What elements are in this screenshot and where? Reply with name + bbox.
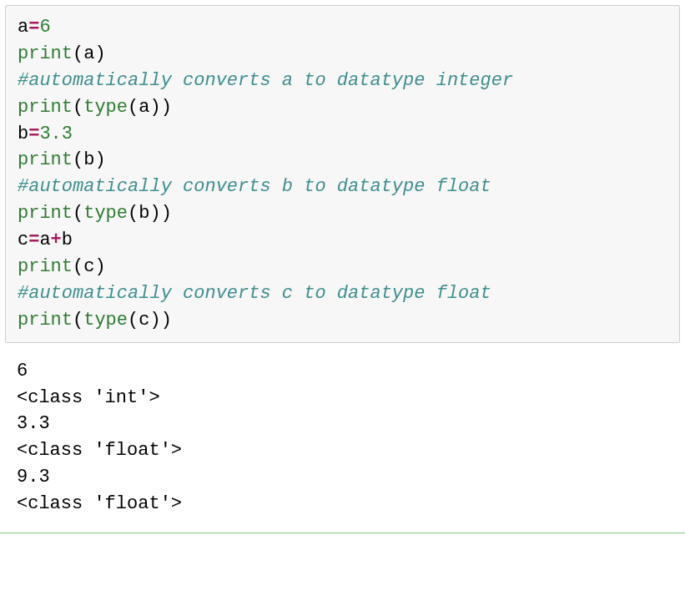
code-token: ) bbox=[94, 256, 105, 277]
code-token: ( bbox=[128, 97, 139, 118]
code-line: #automatically converts c to datatype fl… bbox=[18, 280, 667, 307]
code-token: print bbox=[18, 310, 73, 331]
code-line: c=a+b bbox=[18, 227, 667, 254]
code-token: print bbox=[18, 97, 73, 118]
code-line: print(type(b)) bbox=[18, 200, 667, 227]
code-line: #automatically converts a to datatype in… bbox=[18, 68, 667, 94]
code-token: 3.3 bbox=[39, 124, 73, 144]
code-token: ( bbox=[73, 97, 83, 118]
code-token: type bbox=[83, 203, 128, 224]
code-token: a bbox=[18, 17, 28, 38]
code-token: a bbox=[39, 230, 50, 250]
code-token: ( bbox=[73, 203, 83, 224]
code-token: ) bbox=[149, 310, 160, 331]
code-line: print(c) bbox=[18, 254, 667, 280]
code-token: ) bbox=[94, 149, 105, 170]
code-token: b bbox=[83, 149, 94, 170]
code-token: = bbox=[28, 17, 39, 38]
code-token: 6 bbox=[39, 17, 50, 38]
code-token: ( bbox=[128, 203, 139, 224]
cell-divider bbox=[0, 533, 685, 533]
code-line: a=6 bbox=[18, 14, 667, 41]
code-token: type bbox=[83, 97, 128, 118]
code-token: ) bbox=[161, 203, 172, 224]
code-token: ) bbox=[161, 310, 172, 331]
code-line: print(type(c)) bbox=[18, 307, 667, 334]
code-token: print bbox=[18, 203, 73, 224]
code-token: ( bbox=[73, 43, 83, 64]
code-token: ) bbox=[149, 203, 160, 224]
code-output-cell: 6<class 'int'>3.3<class 'float'>9.3<clas… bbox=[0, 353, 685, 528]
code-token: = bbox=[28, 124, 39, 144]
code-token: c bbox=[83, 256, 94, 277]
output-line: <class 'float'> bbox=[17, 491, 668, 518]
code-input-cell[interactable]: a=6print(a)#automatically converts a to … bbox=[5, 5, 680, 343]
code-token: ) bbox=[161, 97, 172, 118]
output-line: 3.3 bbox=[17, 411, 668, 437]
code-token: ( bbox=[73, 256, 83, 277]
code-token: c bbox=[18, 230, 28, 250]
code-token: b bbox=[18, 124, 28, 144]
code-line: b=3.3 bbox=[18, 121, 667, 148]
code-line: print(b) bbox=[18, 147, 667, 174]
code-token: ) bbox=[94, 43, 105, 64]
code-token: ( bbox=[128, 310, 139, 331]
output-line: <class 'int'> bbox=[17, 385, 668, 412]
code-token: print bbox=[18, 43, 73, 64]
output-line: 9.3 bbox=[17, 464, 668, 491]
code-token: a bbox=[83, 43, 94, 64]
code-token: b bbox=[139, 203, 149, 224]
code-token: + bbox=[51, 230, 62, 250]
code-line: #automatically converts b to datatype fl… bbox=[18, 174, 667, 200]
code-token: a bbox=[139, 97, 149, 118]
code-token: b bbox=[62, 230, 73, 250]
code-token: print bbox=[18, 256, 73, 277]
code-token: print bbox=[18, 149, 73, 170]
output-line: <class 'float'> bbox=[17, 437, 668, 464]
code-line: print(a) bbox=[18, 41, 667, 68]
code-line: print(type(a)) bbox=[18, 94, 667, 121]
output-line: 6 bbox=[17, 358, 668, 385]
code-token: ) bbox=[149, 97, 160, 118]
code-token: #automatically converts b to datatype fl… bbox=[18, 176, 491, 197]
code-token: #automatically converts c to datatype fl… bbox=[18, 283, 491, 304]
code-token: type bbox=[83, 310, 128, 331]
code-token: = bbox=[28, 230, 39, 250]
code-token: ( bbox=[73, 149, 83, 170]
code-token: c bbox=[139, 310, 149, 331]
code-token: ( bbox=[73, 310, 83, 331]
code-token: #automatically converts a to datatype in… bbox=[18, 70, 513, 91]
